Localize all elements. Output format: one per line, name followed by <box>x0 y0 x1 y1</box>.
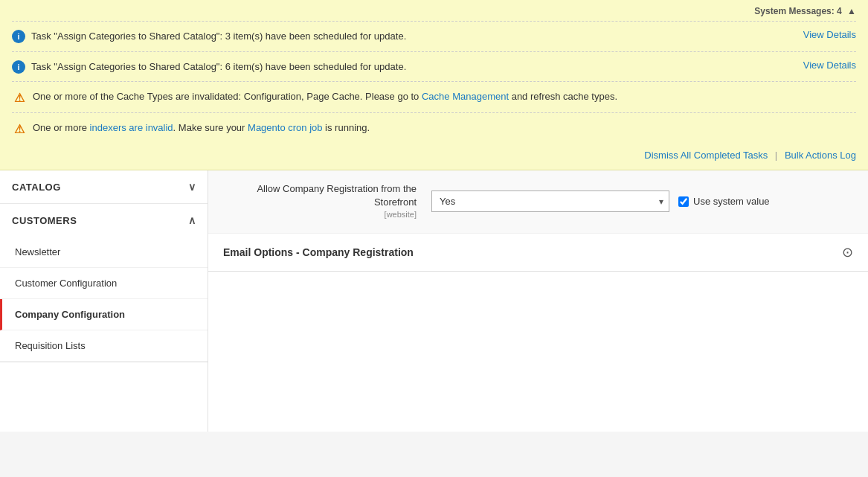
use-system-value-text: Use system value <box>693 196 770 207</box>
main-layout: CATALOG ∨ CUSTOMERS ∧ Newsletter Custome… <box>0 170 868 432</box>
sidebar-item-company-config-label: Company Configuration <box>15 309 125 320</box>
config-field-company-registration: Allow Company Registration from the Stor… <box>208 170 868 234</box>
messages-footer: Dismiss All Completed Tasks | Bulk Actio… <box>12 144 856 164</box>
message-row-2: i Task "Assign Categories to Shared Cata… <box>12 51 856 82</box>
sidebar-section-customers: CUSTOMERS ∧ Newsletter Customer Configur… <box>0 204 208 362</box>
email-options-section-header[interactable]: Email Options - Company Registration ⊙ <box>208 234 868 272</box>
warning-icon-2: ⚠ <box>12 121 27 136</box>
sidebar-item-requisition-label: Requisition Lists <box>15 340 86 351</box>
allow-registration-select-wrapper: Yes No <box>431 191 669 212</box>
system-messages-header: System Messages: 4 ▲ <box>12 6 856 21</box>
customers-chevron-icon: ∧ <box>188 214 196 226</box>
sidebar-item-company-config[interactable]: Company Configuration <box>0 299 208 330</box>
message-row-1: i Task "Assign Categories to Shared Cata… <box>12 21 856 51</box>
footer-separator: | <box>775 150 777 161</box>
cache-management-link[interactable]: Cache Management <box>422 91 509 102</box>
catalog-chevron-icon: ∨ <box>188 181 196 193</box>
sidebar-item-newsletter[interactable]: Newsletter <box>0 237 208 268</box>
cron-job-link[interactable]: Magento cron job <box>248 122 322 133</box>
dismiss-completed-link[interactable]: Dismiss All Completed Tasks <box>644 150 768 161</box>
sidebar-catalog-header[interactable]: CATALOG ∨ <box>0 170 208 203</box>
allow-registration-select[interactable]: Yes No <box>431 191 669 212</box>
sidebar-item-customer-config[interactable]: Customer Configuration <box>0 268 208 299</box>
sidebar-catalog-label: CATALOG <box>12 182 61 193</box>
use-system-value-label[interactable]: Use system value <box>678 196 770 207</box>
main-content: Allow Company Registration from the Stor… <box>208 170 868 432</box>
view-details-link-1[interactable]: View Details <box>803 29 856 40</box>
system-messages-count: System Messages: 4 <box>754 6 841 16</box>
sidebar-section-catalog: CATALOG ∨ <box>0 170 208 204</box>
sidebar-item-requisition-lists[interactable]: Requisition Lists <box>0 330 208 362</box>
message-text-3: One or more of the Cache Types are inval… <box>33 89 856 104</box>
sidebar-item-customer-config-label: Customer Configuration <box>15 278 117 289</box>
sidebar-customers-header[interactable]: CUSTOMERS ∧ <box>0 204 208 237</box>
use-system-value-checkbox[interactable] <box>678 196 689 207</box>
email-section-collapse-icon[interactable]: ⊙ <box>842 244 853 260</box>
config-field-control: Yes No Use system value <box>431 191 853 212</box>
message-text-4: One or more indexers are invalid. Make s… <box>33 121 856 135</box>
message-text-1: Task "Assign Categories to Shared Catalo… <box>31 29 788 44</box>
config-label-text: Allow Company Registration from the Stor… <box>257 183 417 208</box>
warning-icon-1: ⚠ <box>12 90 27 105</box>
message-row-4: ⚠ One or more indexers are invalid. Make… <box>12 112 856 144</box>
indexers-link[interactable]: indexers are invalid <box>90 122 173 133</box>
system-messages-panel: System Messages: 4 ▲ i Task "Assign Cate… <box>0 0 868 170</box>
config-field-label: Allow Company Registration from the Stor… <box>223 182 431 221</box>
view-details-link-2[interactable]: View Details <box>803 60 856 71</box>
collapse-messages-icon[interactable]: ▲ <box>847 6 856 16</box>
email-options-title: Email Options - Company Registration <box>223 246 414 258</box>
message-row-3: ⚠ One or more of the Cache Types are inv… <box>12 81 856 112</box>
config-label-sublabel: [website] <box>223 209 417 220</box>
sidebar-customers-label: CUSTOMERS <box>12 215 77 226</box>
info-icon-2: i <box>12 60 25 74</box>
sidebar-item-newsletter-label: Newsletter <box>15 246 60 257</box>
message-text-2: Task "Assign Categories to Shared Catalo… <box>31 60 788 74</box>
bulk-actions-log-link[interactable]: Bulk Actions Log <box>785 150 856 161</box>
sidebar: CATALOG ∨ CUSTOMERS ∧ Newsletter Custome… <box>0 170 208 432</box>
info-icon-1: i <box>12 30 25 43</box>
